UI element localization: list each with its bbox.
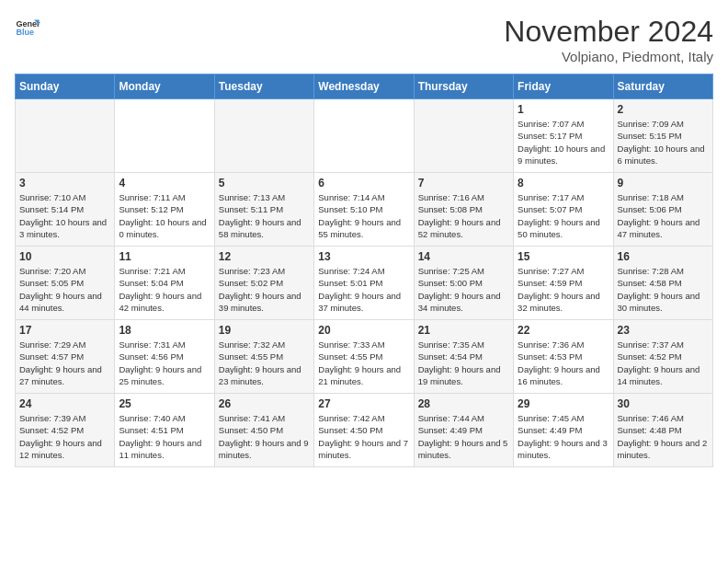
day-info: Sunrise: 7:23 AM Sunset: 5:02 PM Dayligh… [219, 265, 310, 314]
weekday-header-saturday: Saturday [613, 75, 712, 99]
day-info: Sunrise: 7:28 AM Sunset: 4:58 PM Dayligh… [618, 265, 709, 314]
calendar-cell [16, 99, 115, 173]
day-info: Sunrise: 7:46 AM Sunset: 4:48 PM Dayligh… [618, 412, 709, 461]
calendar-cell: 19Sunrise: 7:32 AM Sunset: 4:55 PM Dayli… [214, 320, 313, 394]
calendar-cell: 7Sunrise: 7:16 AM Sunset: 5:08 PM Daylig… [414, 173, 513, 247]
calendar-cell: 29Sunrise: 7:45 AM Sunset: 4:49 PM Dayli… [514, 394, 613, 467]
calendar-cell: 10Sunrise: 7:20 AM Sunset: 5:05 PM Dayli… [16, 247, 115, 320]
day-info: Sunrise: 7:45 AM Sunset: 4:49 PM Dayligh… [518, 412, 609, 461]
day-info: Sunrise: 7:29 AM Sunset: 4:57 PM Dayligh… [19, 339, 110, 387]
day-number: 12 [219, 250, 310, 263]
day-number: 24 [19, 397, 110, 410]
calendar-cell: 2Sunrise: 7:09 AM Sunset: 5:15 PM Daylig… [613, 99, 712, 173]
day-number: 13 [318, 250, 409, 263]
calendar-cell: 22Sunrise: 7:36 AM Sunset: 4:53 PM Dayli… [514, 320, 613, 394]
calendar-cell: 23Sunrise: 7:37 AM Sunset: 4:52 PM Dayli… [613, 320, 712, 394]
weekday-header-friday: Friday [514, 75, 613, 99]
calendar-cell: 20Sunrise: 7:33 AM Sunset: 4:55 PM Dayli… [314, 320, 414, 394]
day-info: Sunrise: 7:20 AM Sunset: 5:05 PM Dayligh… [19, 265, 110, 314]
calendar-cell: 12Sunrise: 7:23 AM Sunset: 5:02 PM Dayli… [214, 247, 313, 320]
day-number: 27 [318, 397, 409, 410]
calendar-cell: 6Sunrise: 7:14 AM Sunset: 5:10 PM Daylig… [314, 173, 414, 247]
day-info: Sunrise: 7:32 AM Sunset: 4:55 PM Dayligh… [219, 339, 310, 387]
calendar-cell: 3Sunrise: 7:10 AM Sunset: 5:14 PM Daylig… [16, 173, 115, 247]
day-number: 9 [618, 177, 709, 190]
calendar-cell [314, 99, 414, 173]
location-subtitle: Volpiano, Piedmont, Italy [504, 49, 713, 64]
day-info: Sunrise: 7:13 AM Sunset: 5:11 PM Dayligh… [219, 191, 310, 240]
day-info: Sunrise: 7:39 AM Sunset: 4:52 PM Dayligh… [19, 412, 110, 461]
day-number: 22 [518, 324, 609, 337]
weekday-header-sunday: Sunday [16, 75, 115, 99]
day-info: Sunrise: 7:11 AM Sunset: 5:12 PM Dayligh… [119, 191, 210, 240]
day-number: 14 [418, 250, 509, 263]
calendar-week-1: 1Sunrise: 7:07 AM Sunset: 5:17 PM Daylig… [16, 99, 713, 173]
day-number: 11 [119, 250, 210, 263]
day-number: 10 [19, 250, 110, 263]
day-info: Sunrise: 7:09 AM Sunset: 5:15 PM Dayligh… [618, 118, 709, 167]
day-number: 8 [518, 177, 609, 190]
day-number: 28 [418, 397, 509, 410]
weekday-header-row: SundayMondayTuesdayWednesdayThursdayFrid… [16, 75, 713, 99]
calendar-cell: 15Sunrise: 7:27 AM Sunset: 4:59 PM Dayli… [514, 247, 613, 320]
day-number: 5 [219, 177, 310, 190]
calendar-cell [214, 99, 313, 173]
calendar-week-3: 10Sunrise: 7:20 AM Sunset: 5:05 PM Dayli… [16, 247, 713, 320]
day-info: Sunrise: 7:25 AM Sunset: 5:00 PM Dayligh… [418, 265, 509, 314]
month-title: November 2024 [504, 15, 713, 49]
day-info: Sunrise: 7:17 AM Sunset: 5:07 PM Dayligh… [518, 191, 609, 240]
day-number: 2 [618, 103, 709, 116]
day-info: Sunrise: 7:36 AM Sunset: 4:53 PM Dayligh… [518, 339, 609, 387]
calendar-cell: 25Sunrise: 7:40 AM Sunset: 4:51 PM Dayli… [115, 394, 214, 467]
weekday-header-tuesday: Tuesday [214, 75, 313, 99]
day-info: Sunrise: 7:07 AM Sunset: 5:17 PM Dayligh… [518, 118, 609, 167]
calendar-cell: 9Sunrise: 7:18 AM Sunset: 5:06 PM Daylig… [613, 173, 712, 247]
day-info: Sunrise: 7:24 AM Sunset: 5:01 PM Dayligh… [318, 265, 409, 314]
day-number: 4 [119, 177, 210, 190]
calendar-cell [414, 99, 513, 173]
calendar-cell: 1Sunrise: 7:07 AM Sunset: 5:17 PM Daylig… [514, 99, 613, 173]
weekday-header-wednesday: Wednesday [314, 75, 414, 99]
day-number: 6 [318, 177, 409, 190]
day-info: Sunrise: 7:35 AM Sunset: 4:54 PM Dayligh… [418, 339, 509, 387]
title-block: November 2024 Volpiano, Piedmont, Italy [504, 15, 713, 64]
day-number: 23 [618, 324, 709, 337]
calendar-cell: 16Sunrise: 7:28 AM Sunset: 4:58 PM Dayli… [613, 247, 712, 320]
day-info: Sunrise: 7:40 AM Sunset: 4:51 PM Dayligh… [119, 412, 210, 461]
calendar-cell: 21Sunrise: 7:35 AM Sunset: 4:54 PM Dayli… [414, 320, 513, 394]
day-info: Sunrise: 7:44 AM Sunset: 4:49 PM Dayligh… [418, 412, 509, 461]
weekday-header-thursday: Thursday [414, 75, 513, 99]
calendar-week-5: 24Sunrise: 7:39 AM Sunset: 4:52 PM Dayli… [16, 394, 713, 467]
logo-icon: General Blue [15, 15, 40, 40]
day-number: 21 [418, 324, 509, 337]
day-number: 3 [19, 177, 110, 190]
calendar-cell: 17Sunrise: 7:29 AM Sunset: 4:57 PM Dayli… [16, 320, 115, 394]
day-info: Sunrise: 7:31 AM Sunset: 4:56 PM Dayligh… [119, 339, 210, 387]
day-number: 19 [219, 324, 310, 337]
day-info: Sunrise: 7:21 AM Sunset: 5:04 PM Dayligh… [119, 265, 210, 314]
svg-text:Blue: Blue [16, 28, 34, 37]
day-number: 1 [518, 103, 609, 116]
calendar-cell: 18Sunrise: 7:31 AM Sunset: 4:56 PM Dayli… [115, 320, 214, 394]
calendar-week-4: 17Sunrise: 7:29 AM Sunset: 4:57 PM Dayli… [16, 320, 713, 394]
calendar-cell [115, 99, 214, 173]
calendar-cell: 14Sunrise: 7:25 AM Sunset: 5:00 PM Dayli… [414, 247, 513, 320]
day-number: 18 [119, 324, 210, 337]
calendar-table: SundayMondayTuesdayWednesdayThursdayFrid… [15, 74, 713, 467]
day-number: 25 [119, 397, 210, 410]
calendar-cell: 8Sunrise: 7:17 AM Sunset: 5:07 PM Daylig… [514, 173, 613, 247]
day-number: 15 [518, 250, 609, 263]
day-info: Sunrise: 7:33 AM Sunset: 4:55 PM Dayligh… [318, 339, 409, 387]
day-info: Sunrise: 7:42 AM Sunset: 4:50 PM Dayligh… [318, 412, 409, 461]
calendar-cell: 26Sunrise: 7:41 AM Sunset: 4:50 PM Dayli… [214, 394, 313, 467]
calendar-cell: 28Sunrise: 7:44 AM Sunset: 4:49 PM Dayli… [414, 394, 513, 467]
day-info: Sunrise: 7:16 AM Sunset: 5:08 PM Dayligh… [418, 191, 509, 240]
day-info: Sunrise: 7:27 AM Sunset: 4:59 PM Dayligh… [518, 265, 609, 314]
calendar-cell: 4Sunrise: 7:11 AM Sunset: 5:12 PM Daylig… [115, 173, 214, 247]
day-number: 7 [418, 177, 509, 190]
day-info: Sunrise: 7:41 AM Sunset: 4:50 PM Dayligh… [219, 412, 310, 461]
day-number: 20 [318, 324, 409, 337]
day-number: 17 [19, 324, 110, 337]
day-number: 16 [618, 250, 709, 263]
calendar-cell: 13Sunrise: 7:24 AM Sunset: 5:01 PM Dayli… [314, 247, 414, 320]
